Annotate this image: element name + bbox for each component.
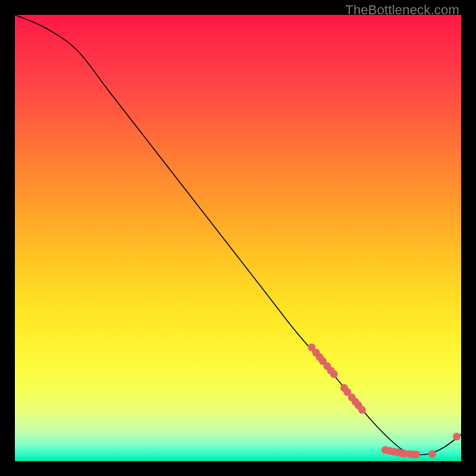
marker-dot xyxy=(413,450,421,458)
marker-dot xyxy=(453,433,461,440)
marker-dot xyxy=(428,450,436,458)
bottleneck-curve xyxy=(15,15,461,455)
marker-dot xyxy=(358,406,366,414)
plot-area xyxy=(15,15,461,461)
chart-stage: TheBottleneck.com xyxy=(0,0,476,476)
marker-dot xyxy=(330,370,338,378)
curve-svg xyxy=(15,15,461,461)
marker-dots xyxy=(308,343,461,458)
